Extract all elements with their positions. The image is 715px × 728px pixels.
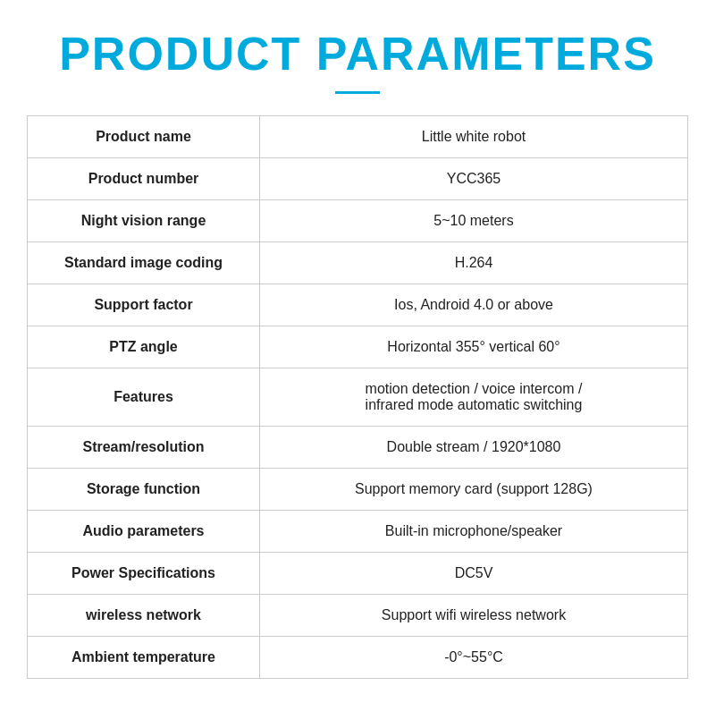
label-cell: Audio parameters [28,511,260,553]
value-cell: motion detection / voice intercom /infra… [260,368,688,427]
title-underline [335,91,380,94]
params-table: Product nameLittle white robotProduct nu… [27,115,688,679]
label-cell: Storage function [28,469,260,511]
table-row: Stream/resolutionDouble stream / 1920*10… [28,427,688,469]
table-row: Standard image codingH.264 [28,242,688,284]
value-cell: Double stream / 1920*1080 [260,427,688,469]
label-cell: Product name [28,116,260,158]
label-cell: Product number [28,158,260,200]
value-cell: Little white robot [260,116,688,158]
label-cell: Stream/resolution [28,427,260,469]
table-row: Product numberYCC365 [28,158,688,200]
value-cell: H.264 [260,242,688,284]
value-cell: Support memory card (support 128G) [260,469,688,511]
table-row: Ambient temperature-0°~55°C [28,637,688,679]
table-row: Audio parametersBuilt-in microphone/spea… [28,511,688,553]
table-row: PTZ angleHorizontal 355° vertical 60° [28,326,688,368]
label-cell: wireless network [28,595,260,637]
value-cell: YCC365 [260,158,688,200]
value-cell: -0°~55°C [260,637,688,679]
value-cell: Horizontal 355° vertical 60° [260,326,688,368]
table-row: Power SpecificationsDC5V [28,553,688,595]
table-row: wireless networkSupport wifi wireless ne… [28,595,688,637]
value-cell: Ios, Android 4.0 or above [260,284,688,326]
label-cell: Standard image coding [28,242,260,284]
table-row: Product nameLittle white robot [28,116,688,158]
label-cell: Night vision range [28,200,260,242]
table-row: Night vision range5~10 meters [28,200,688,242]
label-cell: PTZ angle [28,326,260,368]
table-row: Featuresmotion detection / voice interco… [28,368,688,427]
label-cell: Support factor [28,284,260,326]
page-container: PRODUCT PARAMETERS Product nameLittle wh… [0,0,715,697]
page-title: PRODUCT PARAMETERS [27,27,688,80]
value-cell: DC5V [260,553,688,595]
label-cell: Ambient temperature [28,637,260,679]
label-cell: Features [28,368,260,427]
table-row: Support factorIos, Android 4.0 or above [28,284,688,326]
table-row: Storage functionSupport memory card (sup… [28,469,688,511]
value-cell: Built-in microphone/speaker [260,511,688,553]
value-cell: 5~10 meters [260,200,688,242]
value-cell: Support wifi wireless network [260,595,688,637]
label-cell: Power Specifications [28,553,260,595]
